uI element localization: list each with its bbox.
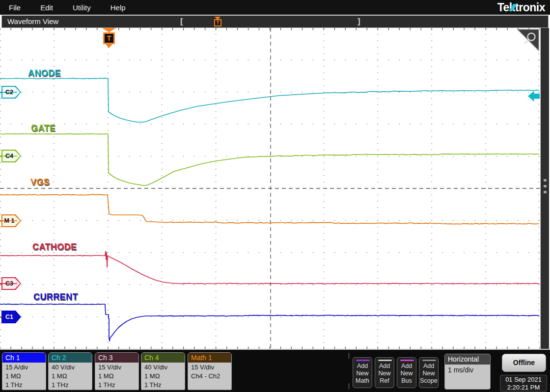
scope-accent-line bbox=[422, 360, 436, 361]
add-new-math-button[interactable]: AddNewMath bbox=[353, 357, 372, 388]
math-accent-line bbox=[356, 360, 370, 361]
chip-header: Math 1 bbox=[188, 353, 231, 363]
menu-help[interactable]: Help bbox=[110, 3, 126, 12]
horizontal-title: Horizontal bbox=[445, 354, 490, 365]
tab-waveform-view[interactable]: Waveform View bbox=[7, 17, 58, 26]
channel-badge-m1[interactable]: M 1 bbox=[1, 214, 21, 227]
oscilloscope-screen: File Edit Utility Help Tektronix Wavefor… bbox=[0, 0, 550, 392]
trigger-arrow-icon bbox=[102, 28, 116, 32]
menu-bar: File Edit Utility Help Tektronix bbox=[0, 0, 550, 15]
badge-text: C2 bbox=[1, 86, 21, 99]
trigger-arrow-tail-icon bbox=[106, 44, 112, 48]
trace-current bbox=[0, 304, 539, 341]
record-view-right-bracket: ] bbox=[358, 17, 360, 26]
channel-badge-c3[interactable]: C3 bbox=[1, 277, 21, 290]
badge-text: M 1 bbox=[1, 214, 21, 227]
menu-edit[interactable]: Edit bbox=[40, 3, 53, 12]
trace-cathode bbox=[0, 251, 539, 284]
channel-badge-c2[interactable]: C2 bbox=[1, 86, 21, 99]
waveform-label-anode: ANODE bbox=[28, 68, 61, 78]
waveform-plot[interactable]: ANODEGATEVGSCATHODECURRENTC2C4M 1C3C1T bbox=[0, 28, 540, 349]
add-new-ref-button[interactable]: AddNewRef bbox=[375, 357, 394, 388]
badge-text: C1 bbox=[1, 311, 21, 323]
chip-body: 15 V/div1 MΩ1 THz bbox=[95, 363, 138, 390]
channel-chip-ch3[interactable]: Ch 3 15 V/div1 MΩ1 THz bbox=[95, 352, 139, 390]
right-panel-handle[interactable] bbox=[540, 28, 549, 349]
trigger-position-marker[interactable]: T bbox=[103, 32, 115, 44]
record-trigger-icon[interactable]: T bbox=[214, 19, 221, 26]
bus-accent-line bbox=[400, 360, 414, 361]
waveform-label-vgs: VGS bbox=[30, 177, 50, 187]
channel-chip-math1[interactable]: Math 1 15 V/divCh4 - Ch2 bbox=[188, 352, 232, 390]
time-text: 2:20:21 PM bbox=[500, 384, 547, 392]
magnifier-icon bbox=[517, 29, 539, 51]
trace-vgs bbox=[0, 194, 539, 224]
ref-accent-line bbox=[378, 360, 392, 361]
channel-chip-ch2[interactable]: Ch 2 40 V/div1 MΩ1 THz bbox=[48, 352, 92, 390]
handle-dot bbox=[544, 191, 547, 193]
badge-text: C3 bbox=[1, 277, 21, 290]
waveform-label-current: CURRENT bbox=[33, 292, 78, 302]
menu-file[interactable]: File bbox=[9, 3, 21, 12]
handle-dot bbox=[544, 179, 547, 182]
channel-chip-ch4[interactable]: Ch 4 40 V/div1 MΩ1 THz bbox=[141, 352, 185, 390]
waveform-label-gate: GATE bbox=[31, 123, 55, 133]
waveform-canvas bbox=[0, 28, 540, 349]
channel-badge-c1[interactable]: C1 bbox=[1, 311, 21, 323]
chip-body: 40 V/div1 MΩ1 THz bbox=[49, 363, 92, 390]
trace-anode bbox=[0, 78, 539, 122]
settings-bar: Ch 1 15 A/div1 MΩ1 THz Ch 2 40 V/div1 MΩ… bbox=[0, 349, 550, 392]
chip-body: 40 V/div1 MΩ1 THz bbox=[141, 363, 185, 390]
chip-body: 15 A/div1 MΩ1 THz bbox=[2, 363, 46, 390]
zoom-overview-button[interactable] bbox=[517, 29, 539, 51]
chip-header: Ch 4 bbox=[141, 353, 185, 363]
chip-header: Ch 1 bbox=[2, 353, 46, 363]
waveform-label-cathode: CATHODE bbox=[32, 242, 77, 252]
chip-header: Ch 3 bbox=[95, 353, 138, 363]
divider bbox=[349, 383, 349, 389]
datetime-display[interactable]: 01 Sep 2021 2:20:21 PM bbox=[500, 375, 547, 392]
offline-button[interactable]: Offline bbox=[502, 354, 546, 372]
menu-utility[interactable]: Utility bbox=[73, 3, 91, 12]
trace-gate bbox=[0, 134, 539, 186]
waveform-view-tab-bar: Waveform View [ ] T bbox=[1, 15, 549, 28]
record-view-left-bracket: [ bbox=[180, 17, 183, 26]
channel-badge-c4[interactable]: C4 bbox=[1, 150, 21, 162]
add-new-scope-button[interactable]: AddNewScope bbox=[419, 357, 439, 388]
add-new-bus-button[interactable]: AddNewBus bbox=[397, 357, 416, 388]
chip-header: Ch 2 bbox=[49, 353, 92, 363]
horizontal-scale: 1 ms/div bbox=[445, 365, 490, 390]
chip-body: 15 V/divCh4 - Ch2 bbox=[188, 363, 231, 390]
horizontal-panel[interactable]: Horizontal 1 ms/div bbox=[444, 354, 491, 390]
badge-text: C4 bbox=[1, 150, 21, 162]
handle-dot bbox=[544, 185, 547, 187]
channel-chip-ch1[interactable]: Ch 1 15 A/div1 MΩ1 THz bbox=[2, 352, 46, 390]
tektronix-logo: Tektronix bbox=[497, 0, 545, 15]
date-text: 01 Sep 2021 bbox=[500, 376, 547, 384]
divider bbox=[349, 353, 349, 359]
